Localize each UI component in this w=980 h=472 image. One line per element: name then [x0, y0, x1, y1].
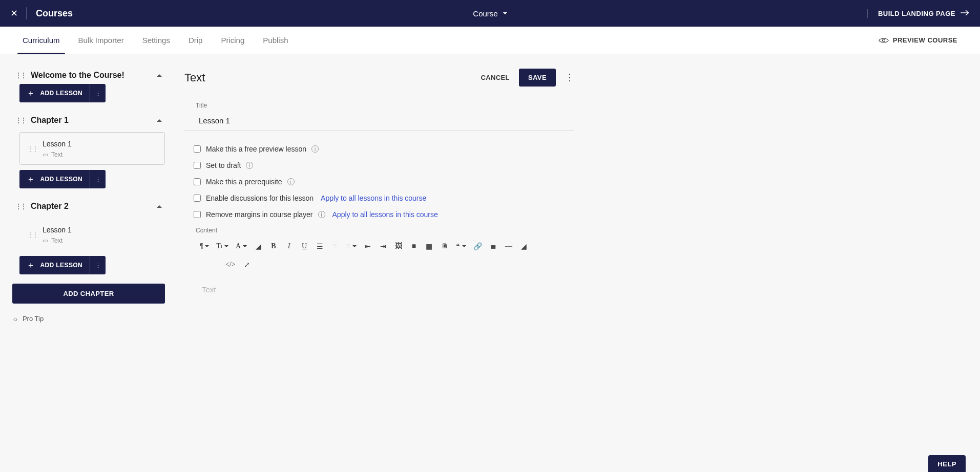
drag-handle-icon[interactable]: ⋮⋮ [15, 205, 26, 208]
info-icon[interactable]: i [246, 162, 253, 169]
tab-pricing[interactable]: Pricing [221, 27, 244, 54]
cancel-button[interactable]: CANCEL [481, 74, 510, 81]
drag-handle-icon[interactable]: ⋮⋮ [27, 148, 37, 151]
free-preview-checkbox[interactable] [194, 145, 201, 153]
image-button[interactable]: 🖼 [392, 240, 405, 252]
chapter: ⋮⋮ Chapter 2 ⋮⋮ Lesson 1 ▭ Text ＋ ADD LE… [12, 198, 165, 274]
link-button[interactable]: 🔗 [471, 240, 484, 252]
top-bar: ✕ Courses Course BUILD LANDING PAGE [0, 0, 980, 27]
editor-toolbar: ¶ TI A ◢ B I U ☰ ≡ ≡ ⇤ ⇥ 🖼 ■ ▦ 🗎 ❝ 🔗 ≣ —… [184, 239, 574, 273]
bold-button[interactable]: B [267, 240, 280, 252]
lesson-type: ▭ Text [43, 151, 72, 158]
tabs-bar: Curriculum Bulk Importer Settings Drip P… [0, 27, 980, 54]
option-label: Remove margins in course player [206, 210, 313, 219]
close-icon[interactable]: ✕ [10, 7, 27, 19]
more-actions-button[interactable]: ⋮ [565, 76, 574, 79]
line-height-button[interactable]: ≣ [487, 240, 499, 252]
prerequisite-checkbox[interactable] [194, 178, 201, 185]
build-landing-label: BUILD LANDING PAGE [878, 10, 955, 17]
drag-handle-icon[interactable]: ⋮⋮ [15, 119, 26, 122]
lesson-title: Lesson 1 [43, 226, 72, 234]
quote-button[interactable]: ❝ [454, 240, 468, 252]
dots-vertical-icon: ⋮ [95, 265, 100, 267]
curriculum-sidebar: ⋮⋮ Welcome to the Course! ＋ ADD LESSON ⋮… [0, 54, 174, 345]
option-free-preview: Make this a free preview lesson i [184, 145, 574, 153]
option-label: Make this a prerequisite [206, 178, 282, 186]
apply-all-link[interactable]: Apply to all lessons in this course [321, 194, 426, 202]
save-button[interactable]: SAVE [519, 69, 556, 87]
add-chapter-button[interactable]: ADD CHAPTER [12, 284, 165, 304]
table-button[interactable]: ▦ [423, 240, 435, 252]
chapter-title: Chapter 1 [31, 116, 69, 125]
highlight-button[interactable]: ◢ [252, 240, 264, 252]
dots-vertical-icon: ⋮ [95, 179, 100, 181]
course-selector-dropdown[interactable]: Course [473, 9, 507, 18]
plus-icon: ＋ [27, 89, 35, 97]
option-remove-margins: Remove margins in course player i Apply … [184, 210, 574, 219]
fullscreen-button[interactable]: ⤢ [241, 259, 253, 271]
text-type-icon: ▭ [43, 151, 48, 158]
add-lesson-label: ADD LESSON [40, 90, 82, 97]
info-icon[interactable]: i [287, 178, 295, 185]
chapter-title: Welcome to the Course! [31, 71, 124, 80]
option-label: Make this a free preview lesson [206, 145, 306, 153]
course-selector-label: Course [473, 9, 497, 18]
align-button[interactable]: ≡ [344, 240, 359, 252]
file-button[interactable]: 🗎 [439, 240, 451, 252]
info-icon[interactable]: i [318, 211, 325, 218]
arrow-right-icon [961, 9, 970, 18]
add-lesson-more-button[interactable]: ⋮ [90, 170, 106, 188]
chapter: ⋮⋮ Chapter 1 ⋮⋮ Lesson 1 ▭ Text ＋ ADD LE… [12, 112, 165, 188]
plus-icon: ＋ [27, 175, 35, 183]
tab-settings[interactable]: Settings [142, 27, 170, 54]
unordered-list-button[interactable]: ☰ [314, 240, 326, 252]
paragraph-format-button[interactable]: ¶ [198, 240, 211, 252]
chevron-up-icon[interactable] [157, 71, 162, 79]
tab-curriculum[interactable]: Curriculum [23, 27, 60, 54]
remove-margins-checkbox[interactable] [194, 211, 201, 218]
add-lesson-button[interactable]: ＋ ADD LESSON [19, 256, 90, 274]
tab-publish[interactable]: Publish [263, 27, 288, 54]
apply-all-link[interactable]: Apply to all lessons in this course [332, 210, 438, 219]
add-lesson-more-button[interactable]: ⋮ [90, 84, 106, 102]
italic-button[interactable]: I [283, 240, 295, 252]
info-icon[interactable]: i [311, 145, 319, 153]
lightbulb-icon: ☼ [12, 315, 18, 323]
discussions-checkbox[interactable] [194, 195, 201, 202]
ordered-list-button[interactable]: ≡ [329, 240, 341, 252]
chevron-up-icon[interactable] [157, 202, 162, 210]
content-editor[interactable]: Text [184, 273, 574, 334]
add-lesson-more-button[interactable]: ⋮ [90, 256, 106, 274]
add-lesson-button[interactable]: ＋ ADD LESSON [19, 84, 90, 102]
video-button[interactable]: ■ [408, 240, 420, 252]
tab-bulk-importer[interactable]: Bulk Importer [78, 27, 124, 54]
tab-drip[interactable]: Drip [189, 27, 203, 54]
lesson-title-input[interactable] [184, 112, 574, 131]
lesson-card[interactable]: ⋮⋮ Lesson 1 ▭ Text [19, 132, 165, 165]
horizontal-rule-button[interactable]: — [503, 240, 515, 252]
chapter-header[interactable]: ⋮⋮ Welcome to the Course! [12, 67, 165, 84]
outdent-button[interactable]: ⇤ [362, 240, 374, 252]
pro-tip: ☼ Pro Tip [12, 315, 165, 323]
underline-button[interactable]: U [298, 240, 310, 252]
option-prerequisite: Make this a prerequisite i [184, 178, 574, 186]
option-label: Set to draft [206, 161, 241, 169]
editor-header: Text CANCEL SAVE ⋮ [184, 69, 574, 87]
code-view-button[interactable]: </> [223, 259, 238, 271]
preview-course-button[interactable]: PREVIEW COURSE [879, 36, 957, 44]
chevron-up-icon[interactable] [157, 116, 162, 124]
font-color-button[interactable]: A [234, 240, 249, 252]
drag-handle-icon[interactable]: ⋮⋮ [15, 74, 26, 77]
add-lesson-button[interactable]: ＋ ADD LESSON [19, 170, 90, 188]
chapter-header[interactable]: ⋮⋮ Chapter 1 [12, 112, 165, 129]
font-size-button[interactable]: TI [214, 240, 231, 252]
add-lesson-label: ADD LESSON [40, 262, 82, 269]
chapter-header[interactable]: ⋮⋮ Chapter 2 [12, 198, 165, 215]
clear-format-button[interactable]: ◢ [518, 240, 530, 252]
drag-handle-icon[interactable]: ⋮⋮ [27, 234, 37, 237]
set-draft-checkbox[interactable] [194, 162, 201, 169]
indent-button[interactable]: ⇥ [377, 240, 389, 252]
lesson-card[interactable]: ⋮⋮ Lesson 1 ▭ Text [19, 218, 165, 251]
main-area: ⋮⋮ Welcome to the Course! ＋ ADD LESSON ⋮… [0, 54, 980, 345]
build-landing-page-button[interactable]: BUILD LANDING PAGE [867, 9, 970, 18]
